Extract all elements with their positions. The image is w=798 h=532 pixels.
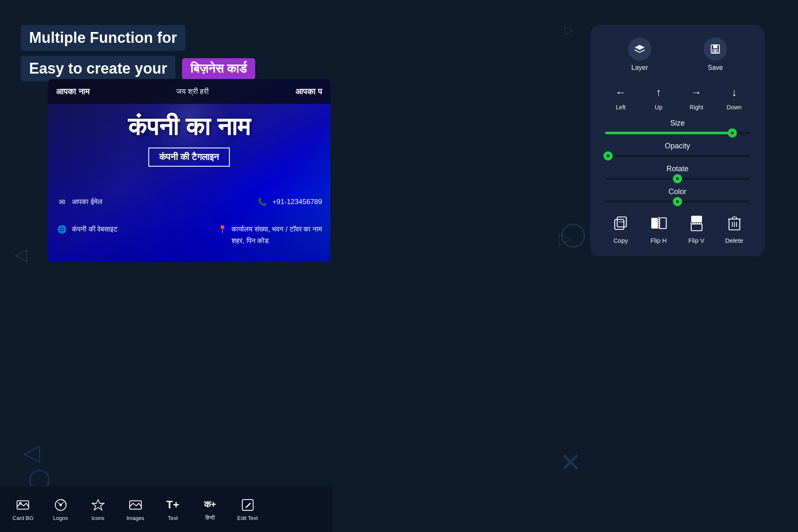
dir-left-button[interactable]: ← Left (612, 83, 630, 111)
card-address: 📍 कार्यालय संख्या, भवन / टॉवर का नाम शहर… (217, 224, 322, 245)
flip-h-icon (648, 213, 669, 234)
card-address-row: 🌐 कंपनी की वेबसाइट 📍 कार्यालय संख्या, भव… (56, 224, 322, 245)
website-icon: 🌐 (56, 224, 68, 235)
layer-label: Layer (631, 64, 648, 71)
flip-v-label: Flip V (688, 237, 704, 244)
icons-icon (91, 498, 106, 512)
svg-rect-12 (615, 219, 624, 229)
copy-button[interactable]: Copy (611, 213, 631, 244)
flip-h-label: Flip H (650, 237, 667, 244)
hindi-icon: क+ (203, 497, 218, 512)
text-label: Text (168, 515, 178, 521)
svg-rect-9 (713, 45, 717, 48)
size-slider-thumb[interactable] (728, 128, 737, 138)
deco-triangle-bottom: ◁ (23, 439, 40, 466)
logos-icon (53, 498, 68, 512)
address-text: कार्यालय संख्या, भवन / टॉवर का नाम (232, 225, 322, 234)
card-website: 🌐 कंपनी की वेबसाइट (56, 224, 118, 235)
size-slider-fill (605, 132, 732, 134)
text-icon: T+ (165, 498, 180, 512)
delete-icon (724, 213, 745, 234)
color-slider-thumb[interactable] (673, 197, 682, 206)
header-line2-prefix: Easy to create your (21, 56, 175, 81)
left-arrow-icon: ← (612, 83, 630, 101)
bottom-toolbar: Card BG Logos Icons Images T+ Text क+ हि… (0, 486, 332, 532)
header-section: Multiple Function for Easy to create you… (21, 25, 255, 81)
header-line1: Multiple Function for (21, 25, 255, 51)
up-label: Up (655, 104, 663, 111)
layer-button[interactable]: Layer (628, 37, 651, 71)
svg-rect-11 (714, 50, 717, 52)
color-slider-section: Color (602, 187, 753, 203)
layer-icon (628, 37, 651, 61)
deco-triangle-right: ▷ (559, 229, 571, 248)
up-arrow-icon: ↑ (650, 83, 668, 101)
opacity-slider-section: Opacity (602, 142, 753, 157)
dir-up-button[interactable]: ↑ Up (650, 83, 668, 111)
toolbar-item-hindi[interactable]: क+ हिन्दी (192, 494, 229, 525)
opacity-slider-thumb[interactable] (603, 151, 613, 160)
down-arrow-icon: ↓ (725, 83, 744, 101)
flip-v-icon (686, 213, 707, 234)
down-label: Down (727, 104, 742, 111)
copy-icon (611, 213, 631, 234)
rotate-slider-track[interactable] (605, 177, 750, 180)
website-text: कंपनी की वेबसाइट (72, 225, 118, 234)
images-label: Images (126, 515, 144, 521)
flip-v-button[interactable]: Flip V (686, 213, 707, 244)
logos-label: Logos (53, 515, 68, 521)
card-bg-label: Card BG (12, 515, 34, 521)
size-label: Size (602, 119, 753, 128)
card-name-right: आपका प (296, 87, 322, 96)
save-icon (704, 37, 727, 61)
card-canvas[interactable]: आपका नाम जय श्री हरी आपका प कंपनी का नाम… (48, 79, 330, 262)
toolbar-item-logos[interactable]: Logos (42, 494, 79, 525)
svg-rect-17 (660, 218, 666, 229)
dir-down-button[interactable]: ↓ Down (725, 83, 744, 111)
deco-triangle-top-right: ▷ (564, 23, 574, 37)
left-label: Left (616, 104, 626, 111)
save-button[interactable]: Save (704, 37, 727, 71)
toolbar-item-images[interactable]: Images (117, 494, 154, 525)
rotate-slider-section: Rotate (602, 165, 753, 180)
svg-point-2 (19, 502, 22, 505)
card-header-bar: आपका नाम जय श्री हरी आपका प (48, 79, 330, 104)
flip-h-button[interactable]: Flip H (648, 213, 669, 244)
svg-point-4 (59, 504, 62, 506)
size-slider-track[interactable] (605, 132, 750, 134)
panel-top-row: Layer Save (602, 37, 753, 71)
header-badge: बिज़नेस कार्ड (182, 58, 255, 79)
direction-grid: ← Left ↑ Up → Right ↓ Down (602, 83, 753, 111)
dir-right-button[interactable]: → Right (687, 83, 706, 111)
color-slider-track[interactable] (605, 200, 750, 203)
card-email: ✉ आपका ईमेल (56, 196, 102, 208)
delete-label: Delete (725, 237, 743, 244)
phone-icon: 📞 (256, 196, 268, 208)
card-bg-icon (15, 498, 30, 512)
save-label: Save (708, 64, 723, 71)
opacity-slider-track[interactable] (605, 155, 750, 157)
phone-text: +91-123456789 (272, 198, 322, 206)
size-slider-section: Size (602, 119, 753, 134)
deco-triangle-left: ◁ (15, 245, 27, 264)
delete-button[interactable]: Delete (724, 213, 745, 244)
card-name-left: आपका नाम (56, 87, 89, 96)
deco-cross: ✕ (559, 447, 582, 478)
svg-rect-18 (691, 216, 702, 222)
city-text: शहर, पिन कोड (232, 237, 268, 245)
card-name-center: जय श्री हरी (176, 87, 209, 96)
card-tagline: कंपनी की टैगलाइन (148, 148, 230, 167)
location-icon: 📍 (217, 224, 228, 235)
toolbar-item-text[interactable]: T+ Text (154, 494, 192, 525)
rotate-slider-thumb[interactable] (673, 174, 682, 183)
toolbar-item-card-bg[interactable]: Card BG (4, 494, 42, 525)
opacity-label: Opacity (602, 142, 753, 150)
images-icon (128, 498, 143, 512)
toolbar-item-icons[interactable]: Icons (79, 494, 117, 525)
icons-label: Icons (91, 515, 104, 521)
email-text: आपका ईमेल (72, 198, 102, 206)
rotate-label: Rotate (602, 165, 753, 173)
toolbar-item-edit-text[interactable]: Edit Text (229, 494, 266, 525)
card-company-name: कंपनी का नाम (48, 112, 330, 141)
svg-marker-5 (92, 500, 104, 510)
